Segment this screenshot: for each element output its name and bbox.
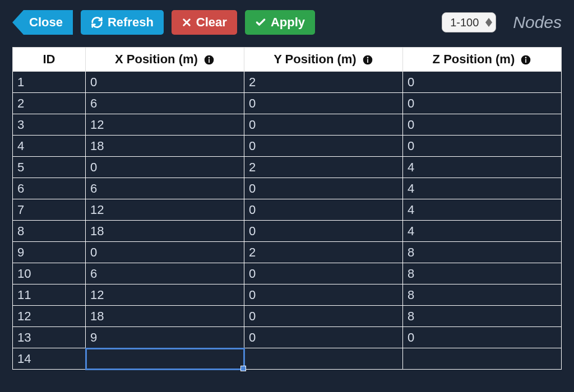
cell-id[interactable]: 3 xyxy=(13,114,86,136)
nodes-table: ID X Position (m) Y Position (m) Z Posit… xyxy=(12,47,562,370)
cell-z[interactable]: 0 xyxy=(403,93,562,114)
cell-id[interactable]: 1 xyxy=(13,72,86,93)
col-header-x[interactable]: X Position (m) xyxy=(86,48,244,72)
table-row: 31200 xyxy=(13,114,562,136)
col-header-y[interactable]: Y Position (m) xyxy=(244,48,403,72)
apply-button-label: Apply xyxy=(271,15,305,30)
panel-title: Nodes xyxy=(513,13,562,32)
cell-id[interactable]: 9 xyxy=(13,242,86,263)
cell-y[interactable]: 0 xyxy=(244,327,403,348)
col-header-z-label: Z Position (m) xyxy=(433,52,515,66)
cell-z[interactable]: 0 xyxy=(403,72,562,93)
svg-point-7 xyxy=(367,57,368,59)
cell-x[interactable]: 6 xyxy=(86,263,244,284)
svg-marker-0 xyxy=(485,18,492,22)
spinner-icon xyxy=(485,18,492,27)
cell-x[interactable]: 18 xyxy=(86,221,244,242)
cell-x[interactable]: 12 xyxy=(86,199,244,221)
cell-x[interactable]: 6 xyxy=(86,93,244,114)
cell-y[interactable] xyxy=(244,348,403,370)
cell-x[interactable]: 12 xyxy=(86,284,244,306)
cell-z[interactable]: 0 xyxy=(403,327,562,348)
svg-rect-9 xyxy=(526,59,527,63)
cell-id[interactable]: 4 xyxy=(13,136,86,157)
cell-y[interactable]: 2 xyxy=(244,242,403,263)
cell-z[interactable]: 8 xyxy=(403,306,562,327)
cell-x[interactable]: 18 xyxy=(86,306,244,327)
info-icon[interactable] xyxy=(203,54,215,66)
cell-id[interactable]: 7 xyxy=(13,199,86,221)
cell-z[interactable]: 4 xyxy=(403,221,562,242)
cell-z[interactable] xyxy=(403,348,562,370)
cell-x[interactable]: 0 xyxy=(86,242,244,263)
clear-button[interactable]: Clear xyxy=(172,10,237,35)
cell-y[interactable]: 0 xyxy=(244,306,403,327)
cell-z[interactable]: 8 xyxy=(403,284,562,306)
cell-y[interactable]: 2 xyxy=(244,72,403,93)
cell-y[interactable]: 0 xyxy=(244,199,403,221)
cell-y[interactable]: 0 xyxy=(244,284,403,306)
col-header-y-label: Y Position (m) xyxy=(274,52,357,66)
cell-x[interactable]: 6 xyxy=(86,178,244,199)
col-header-id[interactable]: ID xyxy=(13,48,86,72)
cell-y[interactable]: 0 xyxy=(244,114,403,136)
cell-z[interactable]: 0 xyxy=(403,114,562,136)
cell-z[interactable]: 8 xyxy=(403,242,562,263)
check-icon xyxy=(255,17,266,28)
table-row: 111208 xyxy=(13,284,562,306)
table-row: 41800 xyxy=(13,136,562,157)
cell-x[interactable]: 18 xyxy=(86,136,244,157)
col-header-x-label: X Position (m) xyxy=(115,52,198,66)
cell-z[interactable]: 8 xyxy=(403,263,562,284)
info-icon[interactable] xyxy=(362,54,373,66)
cell-id[interactable]: 11 xyxy=(13,284,86,306)
row-range-select[interactable]: 1-100 xyxy=(442,12,496,32)
table-row: 9028 xyxy=(13,242,562,263)
cell-y[interactable]: 0 xyxy=(244,263,403,284)
info-icon[interactable] xyxy=(520,54,531,66)
cell-z[interactable]: 4 xyxy=(403,199,562,221)
cell-id[interactable]: 5 xyxy=(13,157,86,178)
cell-x[interactable] xyxy=(86,348,244,370)
clear-button-label: Clear xyxy=(196,15,227,30)
cell-x[interactable]: 0 xyxy=(86,157,244,178)
svg-rect-6 xyxy=(367,59,368,63)
table-row: 14 xyxy=(13,348,562,370)
col-header-id-label: ID xyxy=(43,52,55,66)
svg-rect-3 xyxy=(209,59,210,63)
table-row: 1020 xyxy=(13,72,562,93)
cell-id[interactable]: 6 xyxy=(13,178,86,199)
cell-x[interactable]: 0 xyxy=(86,72,244,93)
close-button-label: Close xyxy=(29,15,63,30)
table-row: 10608 xyxy=(13,263,562,284)
cell-id[interactable]: 10 xyxy=(13,263,86,284)
table-row: 6604 xyxy=(13,178,562,199)
cell-y[interactable]: 0 xyxy=(244,178,403,199)
x-icon xyxy=(182,17,192,27)
cell-id[interactable]: 14 xyxy=(13,348,86,370)
cell-y[interactable]: 0 xyxy=(244,136,403,157)
cell-y[interactable]: 0 xyxy=(244,221,403,242)
cell-id[interactable]: 13 xyxy=(13,327,86,348)
svg-point-4 xyxy=(209,57,210,59)
cell-y[interactable]: 0 xyxy=(244,93,403,114)
refresh-button-label: Refresh xyxy=(108,15,154,30)
cell-x[interactable]: 9 xyxy=(86,327,244,348)
cell-z[interactable]: 0 xyxy=(403,136,562,157)
apply-button[interactable]: Apply xyxy=(245,10,315,35)
close-button[interactable]: Close xyxy=(24,10,73,35)
cell-z[interactable]: 4 xyxy=(403,178,562,199)
refresh-icon xyxy=(91,16,103,29)
table-row: 13900 xyxy=(13,327,562,348)
table-row: 5024 xyxy=(13,157,562,178)
svg-point-10 xyxy=(525,57,527,59)
cell-id[interactable]: 12 xyxy=(13,306,86,327)
refresh-button[interactable]: Refresh xyxy=(81,10,164,35)
cell-id[interactable]: 2 xyxy=(13,93,86,114)
cell-z[interactable]: 4 xyxy=(403,157,562,178)
col-header-z[interactable]: Z Position (m) xyxy=(403,48,562,72)
svg-marker-1 xyxy=(485,22,492,27)
cell-y[interactable]: 2 xyxy=(244,157,403,178)
cell-id[interactable]: 8 xyxy=(13,221,86,242)
cell-x[interactable]: 12 xyxy=(86,114,244,136)
